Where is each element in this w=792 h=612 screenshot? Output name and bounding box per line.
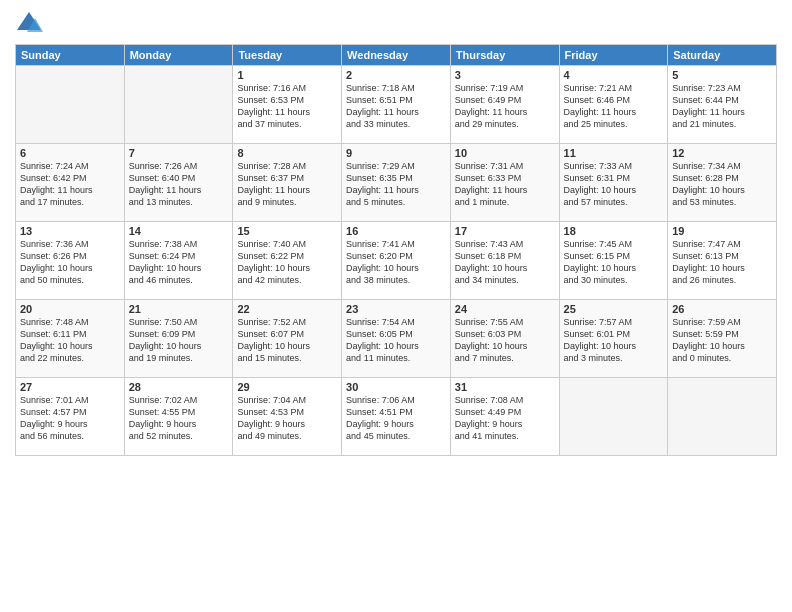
calendar-cell: 12Sunrise: 7:34 AM Sunset: 6:28 PM Dayli… <box>668 144 777 222</box>
cell-content: Sunrise: 7:21 AM Sunset: 6:46 PM Dayligh… <box>564 82 664 131</box>
calendar-cell: 4Sunrise: 7:21 AM Sunset: 6:46 PM Daylig… <box>559 66 668 144</box>
cell-content: Sunrise: 7:26 AM Sunset: 6:40 PM Dayligh… <box>129 160 229 209</box>
day-number: 21 <box>129 303 229 315</box>
cell-content: Sunrise: 7:08 AM Sunset: 4:49 PM Dayligh… <box>455 394 555 443</box>
cell-content: Sunrise: 7:43 AM Sunset: 6:18 PM Dayligh… <box>455 238 555 287</box>
day-number: 5 <box>672 69 772 81</box>
calendar-cell: 11Sunrise: 7:33 AM Sunset: 6:31 PM Dayli… <box>559 144 668 222</box>
day-number: 7 <box>129 147 229 159</box>
calendar-cell: 6Sunrise: 7:24 AM Sunset: 6:42 PM Daylig… <box>16 144 125 222</box>
calendar-cell <box>16 66 125 144</box>
cell-content: Sunrise: 7:18 AM Sunset: 6:51 PM Dayligh… <box>346 82 446 131</box>
calendar-cell: 10Sunrise: 7:31 AM Sunset: 6:33 PM Dayli… <box>450 144 559 222</box>
cell-content: Sunrise: 7:54 AM Sunset: 6:05 PM Dayligh… <box>346 316 446 365</box>
day-number: 25 <box>564 303 664 315</box>
cell-content: Sunrise: 7:57 AM Sunset: 6:01 PM Dayligh… <box>564 316 664 365</box>
day-number: 10 <box>455 147 555 159</box>
day-number: 24 <box>455 303 555 315</box>
day-number: 9 <box>346 147 446 159</box>
cell-content: Sunrise: 7:06 AM Sunset: 4:51 PM Dayligh… <box>346 394 446 443</box>
calendar-cell: 2Sunrise: 7:18 AM Sunset: 6:51 PM Daylig… <box>342 66 451 144</box>
calendar-cell: 27Sunrise: 7:01 AM Sunset: 4:57 PM Dayli… <box>16 378 125 456</box>
calendar-week-5: 27Sunrise: 7:01 AM Sunset: 4:57 PM Dayli… <box>16 378 777 456</box>
day-number: 31 <box>455 381 555 393</box>
calendar-cell: 1Sunrise: 7:16 AM Sunset: 6:53 PM Daylig… <box>233 66 342 144</box>
day-number: 3 <box>455 69 555 81</box>
page: SundayMondayTuesdayWednesdayThursdayFrid… <box>0 0 792 612</box>
day-number: 26 <box>672 303 772 315</box>
cell-content: Sunrise: 7:01 AM Sunset: 4:57 PM Dayligh… <box>20 394 120 443</box>
calendar-cell: 24Sunrise: 7:55 AM Sunset: 6:03 PM Dayli… <box>450 300 559 378</box>
day-number: 20 <box>20 303 120 315</box>
day-number: 12 <box>672 147 772 159</box>
calendar-cell: 19Sunrise: 7:47 AM Sunset: 6:13 PM Dayli… <box>668 222 777 300</box>
cell-content: Sunrise: 7:38 AM Sunset: 6:24 PM Dayligh… <box>129 238 229 287</box>
calendar-cell: 20Sunrise: 7:48 AM Sunset: 6:11 PM Dayli… <box>16 300 125 378</box>
cell-content: Sunrise: 7:47 AM Sunset: 6:13 PM Dayligh… <box>672 238 772 287</box>
day-number: 16 <box>346 225 446 237</box>
calendar-cell: 21Sunrise: 7:50 AM Sunset: 6:09 PM Dayli… <box>124 300 233 378</box>
cell-content: Sunrise: 7:45 AM Sunset: 6:15 PM Dayligh… <box>564 238 664 287</box>
cell-content: Sunrise: 7:41 AM Sunset: 6:20 PM Dayligh… <box>346 238 446 287</box>
day-number: 11 <box>564 147 664 159</box>
calendar-table: SundayMondayTuesdayWednesdayThursdayFrid… <box>15 44 777 456</box>
cell-content: Sunrise: 7:29 AM Sunset: 6:35 PM Dayligh… <box>346 160 446 209</box>
cell-content: Sunrise: 7:24 AM Sunset: 6:42 PM Dayligh… <box>20 160 120 209</box>
calendar-cell: 22Sunrise: 7:52 AM Sunset: 6:07 PM Dayli… <box>233 300 342 378</box>
day-header-friday: Friday <box>559 45 668 66</box>
cell-content: Sunrise: 7:40 AM Sunset: 6:22 PM Dayligh… <box>237 238 337 287</box>
cell-content: Sunrise: 7:23 AM Sunset: 6:44 PM Dayligh… <box>672 82 772 131</box>
day-number: 18 <box>564 225 664 237</box>
calendar-week-3: 13Sunrise: 7:36 AM Sunset: 6:26 PM Dayli… <box>16 222 777 300</box>
cell-content: Sunrise: 7:34 AM Sunset: 6:28 PM Dayligh… <box>672 160 772 209</box>
day-number: 22 <box>237 303 337 315</box>
header <box>15 10 777 38</box>
day-number: 4 <box>564 69 664 81</box>
cell-content: Sunrise: 7:48 AM Sunset: 6:11 PM Dayligh… <box>20 316 120 365</box>
calendar-cell <box>668 378 777 456</box>
calendar-week-1: 1Sunrise: 7:16 AM Sunset: 6:53 PM Daylig… <box>16 66 777 144</box>
day-number: 8 <box>237 147 337 159</box>
calendar-cell: 9Sunrise: 7:29 AM Sunset: 6:35 PM Daylig… <box>342 144 451 222</box>
calendar-cell: 30Sunrise: 7:06 AM Sunset: 4:51 PM Dayli… <box>342 378 451 456</box>
cell-content: Sunrise: 7:31 AM Sunset: 6:33 PM Dayligh… <box>455 160 555 209</box>
calendar-cell: 16Sunrise: 7:41 AM Sunset: 6:20 PM Dayli… <box>342 222 451 300</box>
cell-content: Sunrise: 7:36 AM Sunset: 6:26 PM Dayligh… <box>20 238 120 287</box>
calendar-cell: 28Sunrise: 7:02 AM Sunset: 4:55 PM Dayli… <box>124 378 233 456</box>
cell-content: Sunrise: 7:16 AM Sunset: 6:53 PM Dayligh… <box>237 82 337 131</box>
day-number: 23 <box>346 303 446 315</box>
day-number: 19 <box>672 225 772 237</box>
day-number: 6 <box>20 147 120 159</box>
calendar-cell: 15Sunrise: 7:40 AM Sunset: 6:22 PM Dayli… <box>233 222 342 300</box>
logo-icon <box>15 10 43 38</box>
calendar-header-row: SundayMondayTuesdayWednesdayThursdayFrid… <box>16 45 777 66</box>
cell-content: Sunrise: 7:02 AM Sunset: 4:55 PM Dayligh… <box>129 394 229 443</box>
calendar-cell <box>559 378 668 456</box>
day-number: 2 <box>346 69 446 81</box>
day-number: 30 <box>346 381 446 393</box>
day-number: 28 <box>129 381 229 393</box>
cell-content: Sunrise: 7:19 AM Sunset: 6:49 PM Dayligh… <box>455 82 555 131</box>
day-number: 13 <box>20 225 120 237</box>
calendar-cell: 29Sunrise: 7:04 AM Sunset: 4:53 PM Dayli… <box>233 378 342 456</box>
day-number: 15 <box>237 225 337 237</box>
day-number: 1 <box>237 69 337 81</box>
day-number: 27 <box>20 381 120 393</box>
day-header-wednesday: Wednesday <box>342 45 451 66</box>
calendar-week-4: 20Sunrise: 7:48 AM Sunset: 6:11 PM Dayli… <box>16 300 777 378</box>
calendar-cell: 18Sunrise: 7:45 AM Sunset: 6:15 PM Dayli… <box>559 222 668 300</box>
day-number: 14 <box>129 225 229 237</box>
cell-content: Sunrise: 7:50 AM Sunset: 6:09 PM Dayligh… <box>129 316 229 365</box>
calendar-cell: 25Sunrise: 7:57 AM Sunset: 6:01 PM Dayli… <box>559 300 668 378</box>
day-header-monday: Monday <box>124 45 233 66</box>
cell-content: Sunrise: 7:59 AM Sunset: 5:59 PM Dayligh… <box>672 316 772 365</box>
calendar-cell: 7Sunrise: 7:26 AM Sunset: 6:40 PM Daylig… <box>124 144 233 222</box>
day-header-sunday: Sunday <box>16 45 125 66</box>
logo <box>15 10 47 38</box>
calendar-week-2: 6Sunrise: 7:24 AM Sunset: 6:42 PM Daylig… <box>16 144 777 222</box>
calendar-cell: 5Sunrise: 7:23 AM Sunset: 6:44 PM Daylig… <box>668 66 777 144</box>
day-header-saturday: Saturday <box>668 45 777 66</box>
calendar-cell: 3Sunrise: 7:19 AM Sunset: 6:49 PM Daylig… <box>450 66 559 144</box>
calendar-cell: 23Sunrise: 7:54 AM Sunset: 6:05 PM Dayli… <box>342 300 451 378</box>
cell-content: Sunrise: 7:04 AM Sunset: 4:53 PM Dayligh… <box>237 394 337 443</box>
